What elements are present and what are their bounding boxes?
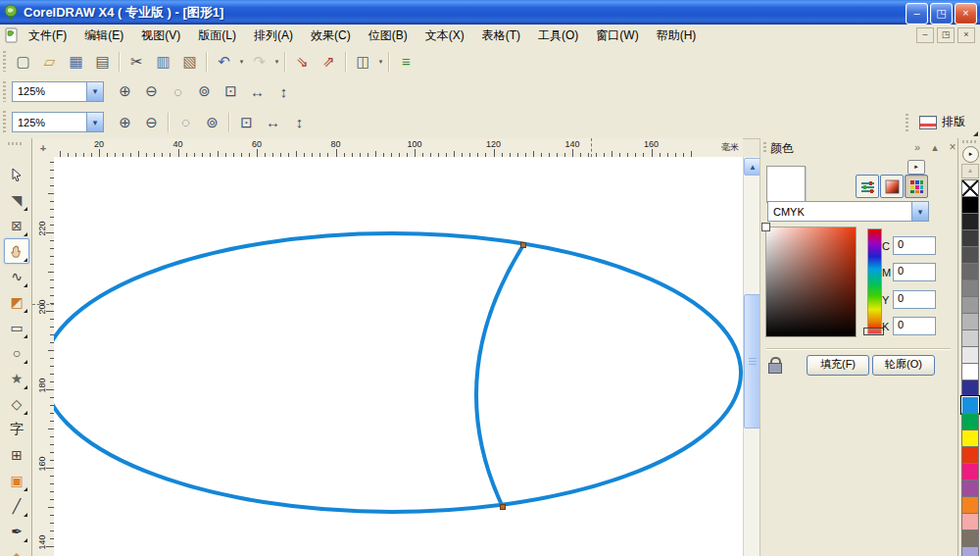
color-swatch[interactable] [961, 446, 979, 464]
color-swatch[interactable] [961, 229, 979, 247]
graph-paper-icon[interactable]: ≡ [393, 49, 419, 75]
lock-icon[interactable] [767, 357, 782, 372]
zoom-all-objects-icon[interactable]: ⊚ [191, 78, 218, 104]
basic-shapes-tool[interactable]: ◇ [4, 391, 29, 417]
menu-item[interactable]: 版面(L) [189, 25, 245, 47]
pan-hand-tool[interactable] [4, 238, 29, 264]
zoom-in-icon[interactable]: ⊕ [112, 78, 138, 104]
chevron-down-icon[interactable]: ▾ [911, 202, 928, 221]
color-swatch[interactable] [961, 546, 979, 556]
toolbar-grip[interactable] [906, 114, 908, 131]
color-swatch[interactable] [961, 346, 979, 364]
channel-value-field[interactable]: 0 [893, 317, 936, 335]
no-color-swatch[interactable] [961, 179, 979, 197]
toolbar-grip[interactable] [3, 51, 6, 73]
color-swatch[interactable] [961, 329, 979, 347]
color-swatch[interactable] [961, 496, 979, 514]
zoom-page-width-icon[interactable]: ↔ [244, 78, 270, 104]
redo-icon[interactable]: ↷ [246, 49, 272, 75]
menu-item[interactable]: 排列(A) [245, 25, 302, 47]
mdi-close-button[interactable]: × [957, 27, 975, 43]
zoom-selected-icon[interactable]: ◌ [165, 78, 191, 104]
zoom-selected-icon[interactable]: ◌ [172, 110, 199, 135]
color-swatch[interactable] [961, 513, 979, 531]
color-model-combo[interactable]: CMYK ▾ [767, 201, 929, 222]
color-swatch[interactable] [961, 413, 979, 430]
save-icon[interactable]: ▦ [63, 49, 89, 75]
dropdown-arrow-icon[interactable]: ▾ [272, 58, 281, 66]
zoom-page-icon[interactable]: ⊡ [218, 78, 244, 104]
outline-button[interactable]: 轮廓(O) [872, 355, 935, 376]
eyedropper-tool[interactable]: ╱ [4, 493, 29, 519]
layout-button[interactable]: 排版 [912, 111, 972, 133]
arc-shape[interactable] [476, 245, 523, 507]
docker-flyout-button[interactable]: ▸ [907, 160, 925, 175]
chevron-down-icon[interactable]: ▾ [86, 113, 103, 131]
color-swatch[interactable] [961, 363, 979, 380]
menu-item[interactable]: 工具(O) [529, 25, 587, 47]
polygon-tool[interactable]: ★ [4, 366, 29, 391]
zoom-out-icon[interactable]: ⊖ [138, 78, 165, 104]
table-tool[interactable]: ⊞ [4, 442, 29, 468]
color-swatch[interactable] [961, 246, 979, 264]
docker-grip[interactable] [763, 142, 766, 154]
color-swatch[interactable] [961, 430, 979, 447]
paste-icon[interactable]: ▧ [176, 49, 203, 75]
menu-item[interactable]: 位图(B) [360, 25, 416, 47]
zoom-out-icon[interactable]: ⊖ [138, 110, 165, 135]
color-swatch[interactable] [961, 263, 979, 280]
zoom-level-combo[interactable]: 125% ▾ [12, 112, 104, 132]
dropdown-arrow-icon[interactable]: ▾ [376, 58, 385, 66]
color-swatch[interactable] [961, 313, 979, 330]
docker-expand-icon[interactable]: » [909, 140, 925, 155]
zoom-page-height-icon[interactable]: ↕ [286, 110, 313, 135]
application-launcher-icon[interactable]: ◫ [350, 49, 376, 75]
color-swatch[interactable] [961, 196, 979, 214]
mdi-restore-button[interactable]: ◳ [937, 27, 955, 43]
channel-value-field[interactable]: 0 [893, 236, 936, 255]
color-swatch[interactable] [961, 213, 979, 230]
freehand-curve-tool[interactable]: ∿ [4, 264, 29, 289]
snap-node[interactable] [521, 243, 526, 248]
toolbar-grip[interactable] [3, 111, 6, 133]
color-swatch[interactable] [961, 463, 979, 480]
ellipse-tool[interactable]: ○ [4, 340, 29, 366]
zoom-all-objects-icon[interactable]: ⊚ [199, 110, 225, 135]
toolbox-grip[interactable] [8, 142, 23, 145]
snap-node[interactable] [501, 505, 506, 510]
menu-item[interactable]: 文件(F) [20, 25, 75, 47]
pick-tool[interactable] [4, 162, 29, 187]
zoom-level-combo[interactable]: 125% ▾ [12, 81, 104, 102]
zoom-in-icon[interactable]: ⊕ [112, 110, 138, 135]
toolbar-grip[interactable] [3, 81, 6, 102]
rectangle-tool[interactable]: ▭ [4, 315, 29, 340]
ruler-origin[interactable]: + [32, 138, 55, 158]
new-document-icon[interactable]: ▢ [10, 49, 36, 75]
fill-tool[interactable]: ◆ [4, 544, 29, 556]
color-swatch[interactable] [961, 279, 979, 297]
minimize-button[interactable]: – [906, 3, 928, 25]
smart-fill-tool[interactable]: ◩ [4, 289, 29, 315]
palette-flyout-button[interactable]: ▸ [962, 146, 979, 163]
fill-button[interactable]: 填充(F) [807, 355, 869, 376]
mdi-minimize-button[interactable]: – [916, 27, 934, 43]
drawing-canvas[interactable] [54, 157, 743, 556]
hue-slider[interactable] [867, 228, 882, 334]
menu-item[interactable]: 帮助(H) [648, 25, 706, 47]
chevron-down-icon[interactable]: ▾ [86, 82, 103, 101]
color-palettes-view-button[interactable] [905, 175, 928, 198]
ellipse-shape[interactable] [54, 233, 741, 512]
palette-grip[interactable] [962, 140, 977, 143]
zoom-page-icon[interactable]: ⊡ [233, 110, 260, 135]
menu-item[interactable]: 视图(V) [132, 25, 189, 47]
docker-collapse-icon[interactable]: ▴ [927, 140, 943, 155]
palette-scroll-up-button[interactable]: ▲ [961, 164, 979, 178]
color-swatch[interactable] [961, 480, 979, 497]
blend-tool[interactable]: ▣ [4, 468, 29, 493]
undo-icon[interactable]: ↶ [211, 49, 237, 75]
open-folder-icon[interactable]: ▱ [36, 49, 63, 75]
color-swatch[interactable] [961, 296, 979, 314]
color-swatch[interactable] [961, 379, 979, 397]
print-icon[interactable]: ▤ [89, 49, 116, 75]
zoom-page-height-icon[interactable]: ↕ [270, 78, 297, 104]
